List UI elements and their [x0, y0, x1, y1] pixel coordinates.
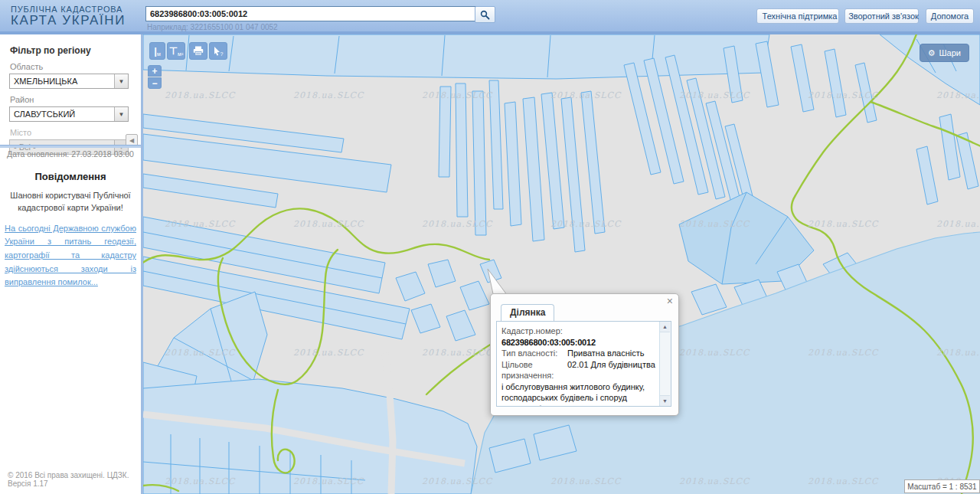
app-header: ПУБЛІЧНА КАДАСТРОВА КАРТА УКРАЇНИ Наприк… — [0, 0, 980, 34]
feedback-button[interactable]: Зворотний зв'язок — [844, 8, 919, 24]
measure-length-unit: м — [157, 51, 161, 57]
district-label: Район — [10, 95, 141, 104]
region-label: Область — [10, 62, 141, 71]
scale-text: Масштаб = 1 : 8531 — [907, 483, 976, 491]
search-button[interactable] — [475, 6, 495, 23]
scale-indicator: Масштаб = 1 : 8531 — [904, 479, 980, 493]
cadastral-map-canvas[interactable]: 2018.ua.SLCC2018.ua.SLCC2018.ua.SLCC2018… — [143, 34, 980, 494]
identify-button[interactable]: ? — [209, 42, 227, 60]
svg-text:2018.ua.SLCC: 2018.ua.SLCC — [679, 476, 750, 486]
svg-text:2018.ua.SLCC: 2018.ua.SLCC — [679, 219, 750, 229]
tech-support-button[interactable]: Технічна підтримка — [756, 8, 839, 24]
help-button[interactable]: Допомога — [926, 8, 974, 24]
search-input[interactable] — [145, 6, 476, 21]
measure-length-button[interactable]: |м — [149, 42, 165, 60]
printer-icon — [193, 46, 204, 56]
scroll-up-icon[interactable]: ▲ — [660, 322, 670, 332]
svg-text:2018.ua.SLCC: 2018.ua.SLCC — [293, 90, 364, 100]
svg-text:2018.ua.SLCC: 2018.ua.SLCC — [293, 476, 364, 486]
svg-text:2018.ua.SLCC: 2018.ua.SLCC — [293, 219, 364, 229]
print-button[interactable] — [189, 42, 207, 60]
svg-text:2018.ua.SLCC: 2018.ua.SLCC — [550, 90, 622, 100]
layers-label: Шари — [939, 48, 961, 57]
svg-text:2018.ua.SLCC: 2018.ua.SLCC — [293, 348, 364, 358]
popup-row-ownership: Тип власності:Приватна власність — [501, 348, 657, 359]
svg-text:2018.ua.SLCC: 2018.ua.SLCC — [808, 219, 879, 229]
svg-text:2018.ua.SLCC: 2018.ua.SLCC — [679, 348, 750, 358]
chevron-down-icon: ▼ — [114, 107, 128, 121]
zoom-out-button[interactable]: − — [148, 77, 162, 89]
svg-text:2018.ua.SLCC: 2018.ua.SLCC — [936, 219, 980, 229]
sidebar: Фільтр по регіону Область ХМЕЛЬНИЦЬКА ▼ … — [0, 34, 143, 494]
svg-text:2018.ua.SLCC: 2018.ua.SLCC — [808, 90, 879, 100]
svg-text:2018.ua.SLCC: 2018.ua.SLCC — [679, 90, 750, 100]
news-link[interactable]: На сьогодні Державною службою України з … — [5, 222, 136, 290]
measure-area-unit: м² — [178, 51, 183, 57]
svg-text:2018.ua.SLCC: 2018.ua.SLCC — [165, 348, 236, 358]
svg-text:2018.ua.SLCC: 2018.ua.SLCC — [422, 476, 493, 486]
zoom-controls: + − — [148, 65, 162, 89]
tab-parcel[interactable]: Ділянка — [501, 304, 554, 321]
area-ruler-icon: ⊤ — [169, 45, 178, 57]
region-select-value: ХМЕЛЬНИЦЬКА — [10, 77, 114, 86]
update-date: Дата оновлення: 27.03.2018 03:00 — [0, 149, 141, 159]
svg-text:2018.ua.SLCC: 2018.ua.SLCC — [936, 90, 980, 100]
search-hint: Наприклад: 3221655100 01 047 0052 — [147, 23, 278, 31]
measure-area-button[interactable]: ⊤м² — [167, 42, 185, 60]
news-title: Повідомлення — [5, 171, 136, 182]
district-select-value: СЛАВУТСЬКИЙ — [10, 110, 114, 119]
parcel-info-popup: × Ділянка Кадастр.номер:6823986800:03:00… — [490, 293, 679, 416]
popup-scrollbar[interactable]: ▲ ▼ — [659, 322, 671, 406]
svg-text:2018.ua.SLCC: 2018.ua.SLCC — [936, 348, 980, 358]
close-icon[interactable]: × — [667, 296, 673, 306]
svg-text:2018.ua.SLCC: 2018.ua.SLCC — [808, 348, 879, 358]
filter-title: Фільтр по регіону — [10, 45, 141, 56]
news-panel: Повідомлення Шановні користувачі Публічн… — [5, 171, 136, 290]
feedback-label: Зворотний зв'язок — [848, 11, 919, 21]
svg-text:2018.ua.SLCC: 2018.ua.SLCC — [422, 348, 493, 358]
logo-line2: КАРТА УКРАЇНИ — [11, 14, 126, 28]
app-logo: ПУБЛІЧНА КАДАСТРОВА КАРТА УКРАЇНИ — [11, 5, 126, 28]
plus-icon: + — [152, 66, 157, 77]
svg-text:2018.ua.SLCC: 2018.ua.SLCC — [550, 476, 622, 486]
popup-row-cadastral-number: Кадастр.номер:6823986800:03:005:0012 — [501, 326, 657, 348]
chevron-down-icon: ▼ — [114, 74, 128, 88]
collapse-left-icon: ◀ — [129, 137, 134, 144]
map-area: 2018.ua.SLCC2018.ua.SLCC2018.ua.SLCC2018… — [143, 34, 980, 494]
svg-text:2018.ua.SLCC: 2018.ua.SLCC — [422, 219, 493, 229]
svg-text:2018.ua.SLCC: 2018.ua.SLCC — [165, 219, 236, 229]
svg-text:2018.ua.SLCC: 2018.ua.SLCC — [808, 476, 879, 486]
minus-icon: − — [152, 78, 157, 89]
svg-text:2018.ua.SLCC: 2018.ua.SLCC — [550, 219, 622, 229]
district-select[interactable]: СЛАВУТСЬКИЙ ▼ — [9, 106, 129, 122]
sidebar-divider — [0, 145, 141, 148]
news-greeting: Шановні користувачі Публічної кадастрово… — [5, 190, 136, 214]
region-select[interactable]: ХМЕЛЬНИЦЬКА ▼ — [9, 74, 129, 89]
svg-text:2018.ua.SLCC: 2018.ua.SLCC — [165, 476, 236, 486]
tech-support-label: Технічна підтримка — [763, 11, 838, 21]
popup-rows: Кадастр.номер:6823986800:03:005:0012 Тип… — [497, 322, 660, 406]
svg-text:2018.ua.SLCC: 2018.ua.SLCC — [422, 90, 493, 100]
city-label: Місто — [10, 128, 141, 137]
zoom-in-button[interactable]: + — [148, 65, 162, 77]
svg-text:2018.ua.SLCC: 2018.ua.SLCC — [165, 90, 236, 100]
copyright: © 2016 Всі права захищені. ЦДЗК. Версія … — [8, 471, 141, 488]
search-icon — [480, 10, 490, 20]
popup-content: Кадастр.номер:6823986800:03:005:0012 Тип… — [496, 321, 671, 407]
cursor-icon — [214, 47, 220, 56]
scroll-down-icon[interactable]: ▼ — [660, 395, 670, 406]
popup-row-purpose: Цільове призначення:02.01 Для будівництв… — [501, 359, 657, 407]
identify-question-mark: ? — [220, 51, 224, 57]
gear-icon: ⚙ — [928, 48, 936, 58]
layers-button[interactable]: ⚙ Шари — [920, 44, 969, 62]
help-label: Допомога — [931, 11, 969, 21]
